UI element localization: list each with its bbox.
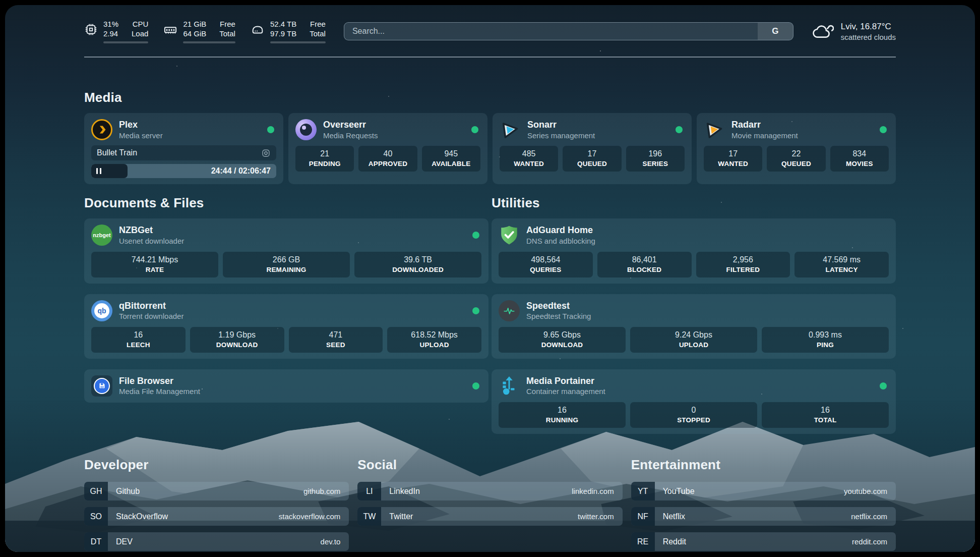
status-dot [471,126,478,133]
plex-icon [91,119,112,140]
dashboard-window: 31% CPU 2.94 Load 21 GiB [5,5,975,552]
speedtest-icon [499,300,520,321]
service-name: Overseerr [323,119,378,131]
bookmark-linkedin[interactable]: LI LinkedIn linkedin.com [357,482,622,500]
service-card-sonarr[interactable]: Sonarr Series management 485WANTED 17QUE… [493,113,692,184]
stat-box: 22QUEUED [767,146,825,172]
stat-box: 16RUNNING [499,402,626,428]
overseerr-icon [295,119,317,140]
status-dot [880,126,887,133]
stat-box: 0.993 msPING [762,327,889,353]
stat-box: 47.569 msLATENCY [794,252,889,277]
sonarr-icon [500,119,521,140]
stat-box: 17WANTED [704,146,762,172]
stat-box: 0STOPPED [630,402,757,428]
bookmark-stackoverflow[interactable]: SO StackOverflow stackoverflow.com [84,507,349,526]
bookmark-url: github.com [303,482,349,500]
service-desc: Usenet downloader [119,237,184,246]
service-name: File Browser [119,375,200,387]
cpu-load-value: 2.94 [103,29,118,38]
bookmark-github[interactable]: GH Github github.com [84,482,349,500]
cloud-icon [812,21,834,41]
service-card-plex[interactable]: Plex Media server Bullet Train 24:44 / 0… [84,113,283,184]
topbar-divider [84,57,896,58]
stat-box: 485WANTED [500,146,558,172]
stat-box: 9.24 GbpsUPLOAD [630,327,757,353]
bookmark-abbr: NF [631,507,655,526]
bookmark-abbr: YT [631,482,655,500]
status-dot [472,307,479,314]
stat-box: 1.19 GbpsDOWNLOAD [190,327,284,353]
service-card-qbittorrent[interactable]: qb qBittorrent Torrent downloader 16LEEC… [84,294,488,359]
service-name: Radarr [731,119,798,131]
playback-time: 24:44 / 02:06:47 [211,166,271,176]
memory-free-value: 21 GiB [183,19,206,29]
bookmark-name: DEV [108,532,133,551]
stat-box: 498,564QUERIES [499,252,593,277]
service-card-overseerr[interactable]: Overseerr Media Requests 21PENDING 40APP… [288,113,487,184]
bookmark-twitter[interactable]: TW Twitter twitter.com [357,507,622,526]
portainer-icon [499,375,520,397]
bookmark-url: youtube.com [844,482,896,500]
section-title-documents: Documents & Files [84,195,488,211]
bookmark-youtube[interactable]: YT YouTube youtube.com [631,482,896,500]
service-desc: Media Requests [323,131,378,141]
bookmark-url: dev.to [321,532,349,551]
service-name: Sonarr [527,119,595,131]
bookmark-abbr: TW [357,507,381,526]
search-provider-button[interactable]: G [758,23,793,40]
service-card-speedtest[interactable]: Speedtest Speedtest Tracking 9.65 GbpsDO… [492,294,896,359]
service-card-radarr[interactable]: Radarr Movie management 17WANTED 22QUEUE… [697,113,896,184]
service-desc: Media File Management [119,387,200,397]
section-title-entertainment: Entertainment [631,457,896,473]
bookmark-group-developer: Developer GH Github github.com SO StackO… [84,457,349,552]
weather-location-temp: Lviv, 16.87°C [841,22,896,32]
bookmark-dev[interactable]: DT DEV dev.to [84,532,349,551]
stat-box: 744.21 MbpsRATE [91,252,218,277]
media-cards-row: Plex Media server Bullet Train 24:44 / 0… [84,113,896,184]
bookmark-group-social: Social LI LinkedIn linkedin.com TW Twitt… [357,457,622,552]
utilities-column: AdGuard Home DNS and adblocking 498,564Q… [492,218,896,434]
bookmark-netflix[interactable]: NF Netflix netflix.com [631,507,896,526]
service-name: qBittorrent [119,300,183,312]
bookmark-url: netflix.com [851,507,896,526]
service-name: NZBGet [119,225,184,236]
stat-box: 834MOVIES [830,146,889,172]
documents-column: nzbget NZBGet Usenet downloader 744.21 M… [84,218,488,403]
service-card-filebrowser[interactable]: File Browser Media File Management [84,369,488,403]
memory-total-label: Total [219,29,235,38]
nzbget-icon: nzbget [91,225,112,246]
service-card-adguard[interactable]: AdGuard Home DNS and adblocking 498,564Q… [492,218,896,283]
bookmark-reddit[interactable]: RE Reddit reddit.com [631,532,896,551]
weather-widget: Lviv, 16.87°C scattered clouds [812,21,896,41]
service-card-nzbget[interactable]: nzbget NZBGet Usenet downloader 744.21 M… [84,218,488,283]
top-bar: 31% CPU 2.94 Load 21 GiB [84,17,896,45]
disk-monitor: 52.4 TB Free 97.9 TB Total [251,19,326,43]
cpu-chip-icon [84,23,98,36]
qbittorrent-icon: qb [91,300,112,321]
status-dot [267,126,274,133]
bookmark-name: StackOverflow [108,507,168,526]
radarr-icon [704,119,725,140]
ram-icon [163,23,177,37]
memory-monitor: 21 GiB Free 64 GiB Total [163,19,235,43]
disk-free-value: 52.4 TB [270,19,296,29]
stat-box: 471SEED [289,327,383,353]
stat-box: 618.52 MbpsUPLOAD [387,327,481,353]
service-desc: Movie management [731,131,798,141]
system-monitors: 31% CPU 2.94 Load 21 GiB [84,19,326,43]
service-card-portainer[interactable]: Media Portainer Container management 16R… [492,369,896,434]
status-dot [472,382,479,389]
section-title-media: Media [84,90,896,105]
memory-progress-bar [183,41,235,43]
cpu-usage-label: CPU [132,19,148,29]
section-title-utilities: Utilities [492,195,896,211]
bookmark-name: LinkedIn [381,482,420,500]
stat-box: 945AVAILABLE [422,146,480,172]
service-desc: Speedtest Tracking [526,312,591,321]
stat-box: 39.6 TBDOWNLOADED [354,252,481,277]
service-name: Plex [119,119,163,131]
bookmark-name: Twitter [381,507,413,526]
search-input[interactable] [344,27,758,36]
section-title-developer: Developer [84,457,349,473]
